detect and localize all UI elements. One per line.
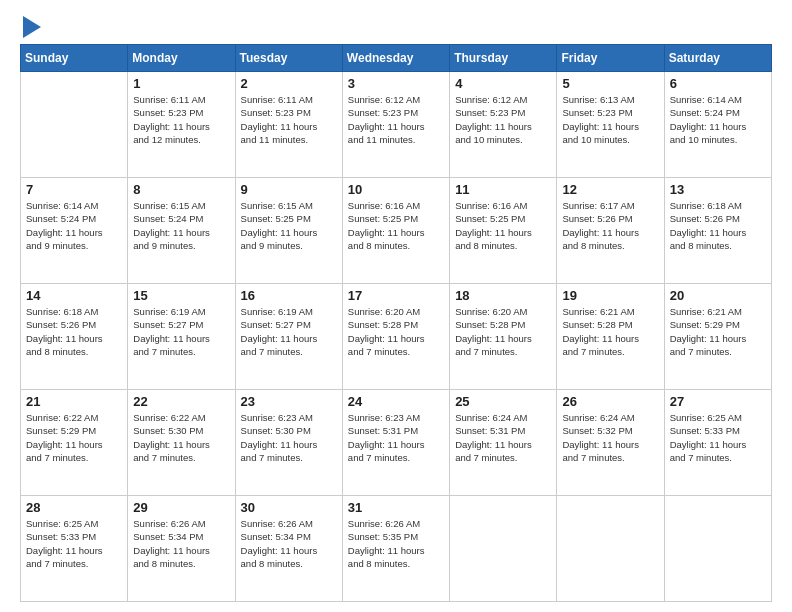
page: SundayMondayTuesdayWednesdayThursdayFrid… (0, 0, 792, 612)
cell-info: Sunrise: 6:15 AM Sunset: 5:25 PM Dayligh… (241, 199, 337, 252)
calendar-cell: 16Sunrise: 6:19 AM Sunset: 5:27 PM Dayli… (235, 284, 342, 390)
calendar-cell: 24Sunrise: 6:23 AM Sunset: 5:31 PM Dayli… (342, 390, 449, 496)
cell-info: Sunrise: 6:24 AM Sunset: 5:31 PM Dayligh… (455, 411, 551, 464)
calendar-cell: 12Sunrise: 6:17 AM Sunset: 5:26 PM Dayli… (557, 178, 664, 284)
calendar-cell (664, 496, 771, 602)
calendar-cell: 6Sunrise: 6:14 AM Sunset: 5:24 PM Daylig… (664, 72, 771, 178)
cell-info: Sunrise: 6:17 AM Sunset: 5:26 PM Dayligh… (562, 199, 658, 252)
calendar-cell (450, 496, 557, 602)
cell-info: Sunrise: 6:14 AM Sunset: 5:24 PM Dayligh… (26, 199, 122, 252)
cell-info: Sunrise: 6:14 AM Sunset: 5:24 PM Dayligh… (670, 93, 766, 146)
cell-info: Sunrise: 6:23 AM Sunset: 5:31 PM Dayligh… (348, 411, 444, 464)
day-number: 4 (455, 76, 551, 91)
calendar-cell: 5Sunrise: 6:13 AM Sunset: 5:23 PM Daylig… (557, 72, 664, 178)
calendar-cell: 25Sunrise: 6:24 AM Sunset: 5:31 PM Dayli… (450, 390, 557, 496)
cell-info: Sunrise: 6:20 AM Sunset: 5:28 PM Dayligh… (348, 305, 444, 358)
day-number: 10 (348, 182, 444, 197)
calendar-table: SundayMondayTuesdayWednesdayThursdayFrid… (20, 44, 772, 602)
calendar-cell: 1Sunrise: 6:11 AM Sunset: 5:23 PM Daylig… (128, 72, 235, 178)
calendar-cell: 29Sunrise: 6:26 AM Sunset: 5:34 PM Dayli… (128, 496, 235, 602)
cell-info: Sunrise: 6:16 AM Sunset: 5:25 PM Dayligh… (455, 199, 551, 252)
day-number: 24 (348, 394, 444, 409)
calendar-cell: 18Sunrise: 6:20 AM Sunset: 5:28 PM Dayli… (450, 284, 557, 390)
day-number: 9 (241, 182, 337, 197)
calendar-cell: 11Sunrise: 6:16 AM Sunset: 5:25 PM Dayli… (450, 178, 557, 284)
day-number: 21 (26, 394, 122, 409)
cell-info: Sunrise: 6:26 AM Sunset: 5:35 PM Dayligh… (348, 517, 444, 570)
day-number: 23 (241, 394, 337, 409)
cell-info: Sunrise: 6:21 AM Sunset: 5:28 PM Dayligh… (562, 305, 658, 358)
day-header-thursday: Thursday (450, 45, 557, 72)
day-number: 2 (241, 76, 337, 91)
cell-info: Sunrise: 6:12 AM Sunset: 5:23 PM Dayligh… (348, 93, 444, 146)
header (20, 18, 772, 34)
calendar-cell (557, 496, 664, 602)
day-number: 18 (455, 288, 551, 303)
day-number: 26 (562, 394, 658, 409)
day-number: 15 (133, 288, 229, 303)
day-header-tuesday: Tuesday (235, 45, 342, 72)
week-row-3: 14Sunrise: 6:18 AM Sunset: 5:26 PM Dayli… (21, 284, 772, 390)
day-number: 6 (670, 76, 766, 91)
day-number: 19 (562, 288, 658, 303)
day-header-monday: Monday (128, 45, 235, 72)
day-header-friday: Friday (557, 45, 664, 72)
calendar-cell: 23Sunrise: 6:23 AM Sunset: 5:30 PM Dayli… (235, 390, 342, 496)
calendar-cell: 7Sunrise: 6:14 AM Sunset: 5:24 PM Daylig… (21, 178, 128, 284)
day-number: 1 (133, 76, 229, 91)
calendar-cell: 13Sunrise: 6:18 AM Sunset: 5:26 PM Dayli… (664, 178, 771, 284)
week-row-2: 7Sunrise: 6:14 AM Sunset: 5:24 PM Daylig… (21, 178, 772, 284)
day-number: 11 (455, 182, 551, 197)
calendar-cell: 21Sunrise: 6:22 AM Sunset: 5:29 PM Dayli… (21, 390, 128, 496)
day-number: 20 (670, 288, 766, 303)
day-number: 30 (241, 500, 337, 515)
logo-icon (23, 16, 41, 38)
logo (20, 18, 41, 34)
calendar-cell: 8Sunrise: 6:15 AM Sunset: 5:24 PM Daylig… (128, 178, 235, 284)
calendar-cell: 9Sunrise: 6:15 AM Sunset: 5:25 PM Daylig… (235, 178, 342, 284)
calendar-cell (21, 72, 128, 178)
day-number: 3 (348, 76, 444, 91)
calendar-cell: 10Sunrise: 6:16 AM Sunset: 5:25 PM Dayli… (342, 178, 449, 284)
calendar-cell: 15Sunrise: 6:19 AM Sunset: 5:27 PM Dayli… (128, 284, 235, 390)
calendar-cell: 22Sunrise: 6:22 AM Sunset: 5:30 PM Dayli… (128, 390, 235, 496)
day-number: 25 (455, 394, 551, 409)
week-row-1: 1Sunrise: 6:11 AM Sunset: 5:23 PM Daylig… (21, 72, 772, 178)
cell-info: Sunrise: 6:26 AM Sunset: 5:34 PM Dayligh… (133, 517, 229, 570)
cell-info: Sunrise: 6:24 AM Sunset: 5:32 PM Dayligh… (562, 411, 658, 464)
day-header-saturday: Saturday (664, 45, 771, 72)
calendar-cell: 4Sunrise: 6:12 AM Sunset: 5:23 PM Daylig… (450, 72, 557, 178)
calendar-cell: 3Sunrise: 6:12 AM Sunset: 5:23 PM Daylig… (342, 72, 449, 178)
cell-info: Sunrise: 6:12 AM Sunset: 5:23 PM Dayligh… (455, 93, 551, 146)
day-number: 31 (348, 500, 444, 515)
cell-info: Sunrise: 6:20 AM Sunset: 5:28 PM Dayligh… (455, 305, 551, 358)
cell-info: Sunrise: 6:11 AM Sunset: 5:23 PM Dayligh… (241, 93, 337, 146)
cell-info: Sunrise: 6:11 AM Sunset: 5:23 PM Dayligh… (133, 93, 229, 146)
day-header-wednesday: Wednesday (342, 45, 449, 72)
cell-info: Sunrise: 6:25 AM Sunset: 5:33 PM Dayligh… (26, 517, 122, 570)
calendar-cell: 20Sunrise: 6:21 AM Sunset: 5:29 PM Dayli… (664, 284, 771, 390)
calendar-cell: 26Sunrise: 6:24 AM Sunset: 5:32 PM Dayli… (557, 390, 664, 496)
day-number: 16 (241, 288, 337, 303)
cell-info: Sunrise: 6:21 AM Sunset: 5:29 PM Dayligh… (670, 305, 766, 358)
cell-info: Sunrise: 6:23 AM Sunset: 5:30 PM Dayligh… (241, 411, 337, 464)
cell-info: Sunrise: 6:25 AM Sunset: 5:33 PM Dayligh… (670, 411, 766, 464)
day-number: 7 (26, 182, 122, 197)
day-number: 17 (348, 288, 444, 303)
day-number: 13 (670, 182, 766, 197)
calendar-cell: 19Sunrise: 6:21 AM Sunset: 5:28 PM Dayli… (557, 284, 664, 390)
day-number: 22 (133, 394, 229, 409)
cell-info: Sunrise: 6:18 AM Sunset: 5:26 PM Dayligh… (26, 305, 122, 358)
cell-info: Sunrise: 6:22 AM Sunset: 5:30 PM Dayligh… (133, 411, 229, 464)
days-header-row: SundayMondayTuesdayWednesdayThursdayFrid… (21, 45, 772, 72)
day-number: 29 (133, 500, 229, 515)
cell-info: Sunrise: 6:15 AM Sunset: 5:24 PM Dayligh… (133, 199, 229, 252)
cell-info: Sunrise: 6:19 AM Sunset: 5:27 PM Dayligh… (133, 305, 229, 358)
cell-info: Sunrise: 6:19 AM Sunset: 5:27 PM Dayligh… (241, 305, 337, 358)
calendar-cell: 30Sunrise: 6:26 AM Sunset: 5:34 PM Dayli… (235, 496, 342, 602)
calendar-cell: 2Sunrise: 6:11 AM Sunset: 5:23 PM Daylig… (235, 72, 342, 178)
cell-info: Sunrise: 6:13 AM Sunset: 5:23 PM Dayligh… (562, 93, 658, 146)
calendar-cell: 17Sunrise: 6:20 AM Sunset: 5:28 PM Dayli… (342, 284, 449, 390)
week-row-4: 21Sunrise: 6:22 AM Sunset: 5:29 PM Dayli… (21, 390, 772, 496)
calendar-cell: 28Sunrise: 6:25 AM Sunset: 5:33 PM Dayli… (21, 496, 128, 602)
